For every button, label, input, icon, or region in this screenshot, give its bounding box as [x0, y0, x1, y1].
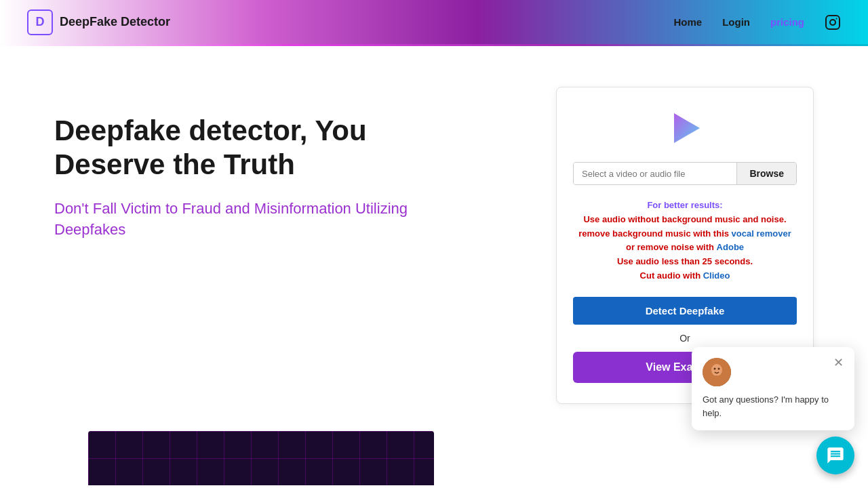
play-icon: [665, 108, 705, 148]
clideo-link[interactable]: Clideo: [703, 270, 730, 281]
chat-close-icon[interactable]: ✕: [833, 357, 844, 369]
header-nav: Home Login pricing: [673, 14, 841, 30]
svg-point-5: [711, 364, 722, 376]
svg-point-1: [830, 20, 835, 25]
tips-line3: or remove noise with: [626, 242, 714, 252]
svg-rect-0: [826, 16, 840, 29]
hero-title: Deepfake detector, You Deserve the Truth: [54, 114, 448, 182]
bottom-banner-wrapper: [0, 431, 868, 485]
detect-button[interactable]: Detect Deepfake: [573, 297, 797, 325]
vocal-remover-link[interactable]: vocal remover: [732, 228, 791, 239]
file-input-row: Browse: [573, 162, 797, 185]
tips-line2: remove background music with this: [578, 228, 729, 239]
chat-popup-header: ✕: [703, 358, 844, 386]
nav-login[interactable]: Login: [722, 16, 750, 28]
header: D DeepFake Detector Home Login pricing: [0, 0, 868, 44]
chat-message: Got any questions? I'm happy to help.: [703, 393, 844, 420]
nav-pricing[interactable]: pricing: [770, 16, 804, 28]
bottom-grid-overlay: [88, 431, 434, 485]
tips-line5: Cut audio with: [640, 270, 701, 281]
tips-line1: Use audio without background music and n…: [583, 214, 786, 224]
avatar-image: [703, 358, 731, 386]
browse-button[interactable]: Browse: [736, 163, 796, 184]
header-logo-group: D DeepFake Detector: [27, 9, 170, 35]
svg-point-2: [836, 18, 837, 19]
hero-subtitle: Don't Fall Victim to Fraud and Misinform…: [54, 199, 448, 241]
app-name: DeepFake Detector: [60, 15, 170, 29]
logo-letter: D: [36, 15, 45, 29]
svg-point-8: [718, 368, 720, 370]
file-input[interactable]: [574, 163, 736, 184]
adobe-link[interactable]: Adobe: [717, 242, 744, 252]
svg-marker-3: [674, 113, 700, 143]
chat-avatar: [703, 358, 731, 386]
chat-bubble-button[interactable]: [816, 436, 854, 474]
or-text: Or: [573, 333, 797, 344]
tips-text: For better results: Use audio without ba…: [573, 199, 797, 283]
instagram-icon[interactable]: [825, 14, 841, 30]
chat-popup: ✕ Got any questions? I'm happy to help.: [692, 347, 854, 430]
tips-line4: Use audio less than 25 seconds.: [617, 256, 753, 266]
svg-point-7: [714, 368, 716, 370]
nav-home[interactable]: Home: [673, 16, 702, 28]
logo-icon: D: [27, 9, 53, 35]
bottom-banner: [88, 431, 434, 485]
hero-section: Deepfake detector, You Deserve the Truth…: [54, 87, 448, 240]
tips-better-label: For better results:: [647, 200, 722, 210]
chat-bubble-icon: [826, 446, 845, 465]
play-icon-container: [573, 108, 797, 148]
